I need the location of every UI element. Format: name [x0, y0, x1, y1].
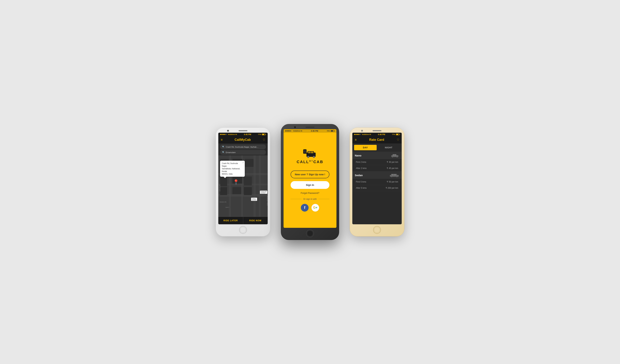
battery-icon-2	[331, 130, 335, 132]
time-1: 4:45 PM	[244, 133, 251, 135]
popup-text: Crash Rd, Souhruda Nagar,Vazhakkala, Kak…	[222, 162, 240, 175]
phone-1-top	[218, 130, 268, 131]
screen-ratecard: Vodafone IN 4:46 PM 77%	[352, 133, 402, 224]
popup-close[interactable]: ×	[242, 161, 244, 164]
phone-1-bottom	[239, 226, 247, 234]
status-left-2: Vodafone IN	[285, 130, 302, 132]
search-icon-from: 🔍	[222, 146, 225, 148]
phone-3: Vodafone IN 4:46 PM 77%	[350, 128, 404, 236]
time-3: 4:46 PM	[378, 133, 385, 135]
phone-3-top	[352, 130, 402, 131]
menu-icon-1[interactable]: ≡	[221, 138, 223, 142]
status-right-1: 77%	[258, 133, 266, 135]
status-right-3: 77%	[392, 133, 400, 135]
phone-2-screen: Vodafone IN 4:46 PM 76%	[283, 129, 337, 228]
tab-night[interactable]: NIGHT	[377, 145, 400, 150]
sedan-label: Sedan	[355, 174, 363, 177]
street-civil: Civil Line Rd	[219, 185, 220, 191]
screen-map: Vodafone IN 4:45 PM 77%	[218, 133, 268, 224]
heart-icon-3[interactable]: ♡	[397, 138, 399, 142]
app-title-3: Rate Card	[369, 138, 384, 142]
forgot-password-link[interactable]: Forgot Password?	[301, 192, 319, 194]
menu-icon-3[interactable]: ≡	[355, 138, 357, 142]
carrier-1: Vodafone IN	[228, 133, 237, 135]
sedan-car-icon	[389, 173, 399, 177]
status-left-1: Vodafone IN	[220, 133, 237, 135]
home-button-1[interactable]	[239, 226, 247, 234]
app-header-3: ≡ Rate Card ♡	[352, 136, 402, 144]
nano-label: Nano	[355, 154, 361, 157]
phone-2: Vodafone IN 4:46 PM 76%	[281, 124, 339, 240]
sedan-rate-2-value: ₹ 200 per km	[386, 187, 398, 189]
svg-rect-1	[304, 150, 306, 153]
svg-point-18	[397, 157, 397, 157]
status-right-2: 76%	[327, 130, 335, 132]
street-padamugal: Padamugal - Palace	[267, 196, 268, 206]
google-icon: G+	[313, 206, 318, 209]
facebook-button[interactable]: f	[301, 204, 309, 212]
status-bar-2: Vodafone IN 4:46 PM 76%	[283, 129, 337, 133]
svg-point-16	[392, 157, 393, 157]
svg-point-10	[313, 156, 314, 157]
svg-rect-13	[393, 155, 394, 156]
search-from[interactable]: 🔍 Crash Rd, Souhruda Nagar, Vazhak…	[220, 145, 266, 149]
time-2: 4:46 PM	[311, 130, 318, 132]
search-to[interactable]: 🔍 Ernamulam	[220, 150, 266, 155]
phones-container: Vodafone IN 4:45 PM 77%	[209, 117, 411, 247]
ride-now-button[interactable]: RIDE NOW	[243, 217, 268, 224]
svg-point-8	[308, 156, 309, 157]
google-button[interactable]: G+	[311, 204, 319, 212]
or-text: Or sign In with	[303, 198, 317, 200]
sedan-rate-1: First 5 kms ₹ 50 per km	[352, 179, 402, 185]
phone-2-bottom	[306, 230, 314, 237]
nano-rate-2-label: After 2 kms	[356, 167, 367, 170]
signup-button[interactable]: New user ? Sign Up now !	[291, 171, 329, 178]
carrier-2: Vodafone IN	[293, 130, 302, 132]
signin-button[interactable]: Sign In	[291, 181, 329, 189]
logo-text: CALLMYCAB	[297, 160, 323, 164]
divider-right	[318, 199, 329, 199]
facebook-icon: f	[304, 205, 305, 210]
signal-dots-3	[354, 134, 361, 135]
tab-day[interactable]: DAY	[354, 145, 377, 150]
home-button-2[interactable]	[306, 230, 314, 237]
svg-point-24	[391, 176, 392, 177]
phone-1-camera	[227, 130, 229, 131]
ride-later-button[interactable]: RIDE LATER	[218, 217, 243, 224]
nano-category: Nano	[352, 152, 402, 159]
label-colony: ColonyJunction	[251, 198, 257, 201]
app-header-1: ≡ CallMyCab ♡	[218, 136, 268, 144]
home-button-ring-1	[240, 227, 246, 233]
social-buttons: f G+	[301, 204, 319, 212]
sedan-rate-2: After 5 kms ₹ 200 per km	[352, 185, 402, 191]
phone-3-speaker	[372, 130, 381, 131]
heart-icon-1[interactable]: ♡	[263, 138, 265, 142]
nano-rate-1-value: ₹ 30 per km	[387, 161, 398, 163]
or-divider: Or sign In with	[291, 198, 329, 200]
tab-bar: DAY NIGHT	[352, 144, 402, 152]
search-to-text: Ernamulam	[226, 151, 236, 153]
battery-pct-3: 77%	[392, 133, 395, 135]
cab-logo-icon	[303, 149, 317, 160]
search-from-text: Crash Rd, Souhruda Nagar, Vazhak…	[226, 146, 259, 148]
map-area[interactable]: Civil Line Rd Brothers Rd Lane 3 Padamug…	[218, 155, 268, 217]
street-lane: Lane 3	[225, 207, 229, 208]
svg-rect-22	[394, 174, 396, 175]
phone-1-screen: Vodafone IN 4:45 PM 77%	[218, 133, 268, 224]
status-left-3: Vodafone IN	[354, 133, 371, 135]
phone-3-camera	[361, 130, 363, 131]
phone-2-speaker	[306, 127, 314, 128]
map-background: Civil Line Rd Brothers Rd Lane 3 Padamug…	[218, 155, 268, 217]
label-padamuga: PadamugaJunction	[260, 191, 267, 194]
map-popup: × Crash Rd, Souhruda Nagar,Vazhakkala, K…	[220, 161, 245, 177]
bottom-buttons: RIDE LATER RIDE NOW	[218, 217, 268, 224]
battery-icon-3	[396, 133, 400, 135]
svg-point-26	[397, 176, 397, 177]
app-logo: CALLMYCAB	[297, 149, 323, 164]
signal-dots-1	[220, 134, 227, 135]
signal-dots-2	[285, 130, 292, 131]
login-content: CALLMYCAB New user ? Sign Up now ! Sign …	[283, 133, 337, 228]
svg-rect-5	[308, 151, 310, 153]
home-button-ring-3	[374, 227, 380, 233]
home-button-3[interactable]	[373, 226, 381, 234]
